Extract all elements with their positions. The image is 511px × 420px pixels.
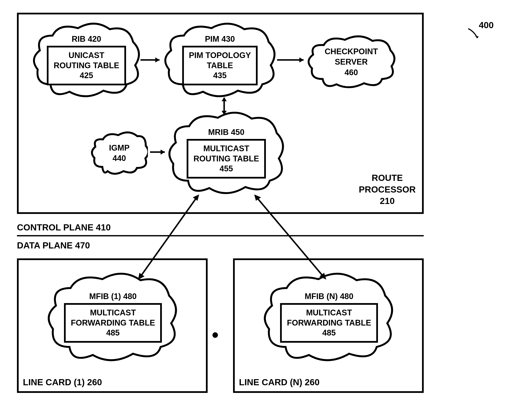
arrow-mrib-to-mfib1-bidir bbox=[134, 193, 203, 282]
reference-number-400: 400 bbox=[479, 20, 494, 30]
arrow-pim-mrib-bidir bbox=[219, 96, 229, 116]
arrow-rib-to-pim bbox=[139, 55, 165, 65]
svg-marker-4 bbox=[299, 57, 304, 62]
pim-title: PIM 430 bbox=[205, 35, 235, 44]
mrib-cloud: MRIB 450 MULTICAST ROUTING TABLE 455 bbox=[167, 110, 286, 196]
svg-marker-14 bbox=[254, 195, 261, 201]
igmp-label: IGMP 440 bbox=[91, 131, 148, 175]
mfib-1-title: MFIB (1) 480 bbox=[89, 292, 137, 301]
pim-topology-table: PIM TOPOLOGY TABLE 435 bbox=[182, 46, 258, 85]
multicast-forwarding-table-1: MULTICAST FORWARDING TABLE 485 bbox=[64, 303, 162, 343]
svg-marker-9 bbox=[222, 111, 227, 115]
route-processor-box: ROUTE PROCESSOR 210 RIB 420 UNICAST ROUT… bbox=[17, 13, 424, 214]
line-card-1-label: LINE CARD (1) 260 bbox=[23, 377, 102, 387]
arrow-igmp-to-mrib bbox=[149, 146, 170, 158]
unicast-routing-table: UNICAST ROUTING TABLE 425 bbox=[47, 46, 126, 85]
checkpoint-label: CHECKPOINT SERVER 460 bbox=[307, 35, 396, 90]
svg-line-10 bbox=[140, 197, 197, 278]
line-card-n-label: LINE CARD (N) 260 bbox=[239, 377, 319, 387]
arrow-mrib-to-mfibn-bidir bbox=[250, 193, 331, 282]
multicast-routing-table: MULTICAST ROUTING TABLE 455 bbox=[187, 139, 266, 179]
multicast-forwarding-table-n: MULTICAST FORWARDING TABLE 485 bbox=[280, 303, 378, 343]
igmp-cloud: IGMP 440 bbox=[91, 131, 148, 175]
svg-line-13 bbox=[256, 197, 324, 278]
arrow-pim-to-checkpoint bbox=[276, 55, 309, 65]
mrib-title: MRIB 450 bbox=[208, 128, 244, 137]
svg-marker-6 bbox=[161, 150, 165, 155]
svg-marker-2 bbox=[155, 57, 159, 62]
pim-cloud: PIM 430 PIM TOPOLOGY TABLE 435 bbox=[163, 21, 277, 99]
svg-marker-12 bbox=[138, 273, 144, 280]
control-plane-label: CONTROL PLANE 410 bbox=[17, 222, 111, 232]
reference-arc-icon bbox=[467, 28, 480, 39]
svg-marker-11 bbox=[193, 195, 199, 201]
svg-marker-0 bbox=[475, 36, 479, 38]
route-processor-label: ROUTE PROCESSOR 210 bbox=[359, 172, 416, 207]
diagram-container: 400 ROUTE PROCESSOR 210 RIB 420 UNICAST … bbox=[17, 13, 496, 407]
rib-title: RIB 420 bbox=[72, 35, 101, 44]
mfib-1-cloud: MFIB (1) 480 MULTICAST FORWARDING TABLE … bbox=[46, 271, 180, 364]
plane-divider bbox=[17, 235, 424, 236]
mfib-n-cloud: MFIB (N) 480 MULTICAST FORWARDING TABLE … bbox=[262, 271, 396, 364]
data-plane-label: DATA PLANE 470 bbox=[17, 240, 90, 251]
rib-cloud: RIB 420 UNICAST ROUTING TABLE 425 bbox=[31, 21, 142, 99]
svg-marker-8 bbox=[222, 97, 227, 101]
checkpoint-server-cloud: CHECKPOINT SERVER 460 bbox=[307, 35, 396, 90]
mfib-n-title: MFIB (N) 480 bbox=[305, 292, 353, 301]
